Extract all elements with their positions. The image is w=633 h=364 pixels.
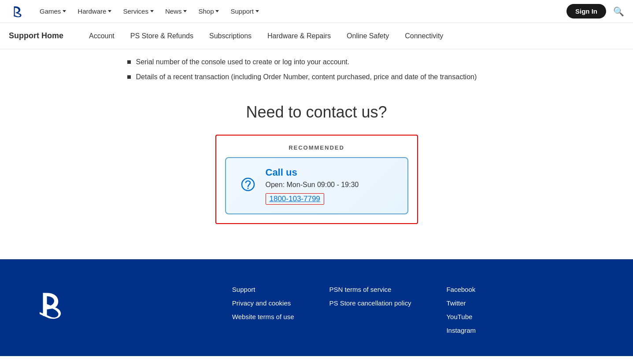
list-item: Details of a recent transaction (includi… bbox=[127, 73, 506, 81]
svg-point-0 bbox=[247, 188, 248, 189]
phone-number-link[interactable]: 1800-103-7799 bbox=[266, 193, 324, 205]
contact-section: Need to contact us? RECOMMENDED Call us … bbox=[127, 94, 506, 242]
footer-col-2: PSN terms of service PS Store cancellati… bbox=[329, 286, 411, 334]
bullet-list: Serial number of the console used to cre… bbox=[127, 58, 506, 81]
top-nav-right: Sign In 🔍 bbox=[566, 4, 624, 18]
top-navigation: Games Hardware Services News Shop Suppor… bbox=[0, 0, 633, 23]
footer-link-terms[interactable]: Website terms of use bbox=[232, 313, 294, 320]
call-info: Call us Open: Mon-Sun 09:00 - 19:30 1800… bbox=[266, 167, 359, 205]
footer-link-instagram[interactable]: Instagram bbox=[446, 327, 476, 334]
main-content: Serial number of the console used to cre… bbox=[118, 49, 515, 259]
bullet-icon bbox=[127, 75, 131, 79]
support-nav-hardware[interactable]: Hardware & Repairs bbox=[259, 23, 339, 49]
footer-col-1: Support Privacy and cookies Website term… bbox=[232, 286, 294, 334]
footer-link-support[interactable]: Support bbox=[232, 286, 294, 293]
phone-icon bbox=[238, 175, 258, 197]
footer-link-youtube[interactable]: YouTube bbox=[446, 313, 476, 320]
chevron-down-icon bbox=[215, 10, 219, 12]
support-nav-account[interactable]: Account bbox=[81, 23, 122, 49]
footer-link-psn-terms[interactable]: PSN terms of service bbox=[329, 286, 411, 293]
recommended-box: RECOMMENDED Call us Open: Mon-Sun 09:00 … bbox=[215, 135, 418, 224]
nav-hardware[interactable]: Hardware bbox=[73, 7, 116, 15]
nav-games[interactable]: Games bbox=[35, 7, 70, 15]
chevron-down-icon bbox=[255, 10, 259, 12]
main-nav-links: Games Hardware Services News Shop Suppor… bbox=[35, 7, 566, 15]
footer-links: Support Privacy and cookies Website term… bbox=[101, 286, 607, 334]
chevron-down-icon bbox=[150, 10, 154, 12]
footer: Support Privacy and cookies Website term… bbox=[0, 259, 633, 356]
sign-in-button[interactable]: Sign In bbox=[566, 4, 606, 18]
support-nav-ps-store[interactable]: PS Store & Refunds bbox=[122, 23, 201, 49]
support-navigation: Support Home Account PS Store & Refunds … bbox=[0, 23, 633, 49]
footer-col-3: Facebook Twitter YouTube Instagram bbox=[446, 286, 476, 334]
footer-link-facebook[interactable]: Facebook bbox=[446, 286, 476, 293]
search-icon: 🔍 bbox=[613, 7, 624, 16]
recommended-label: RECOMMENDED bbox=[225, 144, 408, 151]
nav-support[interactable]: Support bbox=[226, 7, 263, 15]
call-us-title: Call us bbox=[266, 167, 359, 178]
nav-shop[interactable]: Shop bbox=[194, 7, 223, 15]
support-home-link[interactable]: Support Home bbox=[9, 31, 63, 40]
list-item: Serial number of the console used to cre… bbox=[127, 58, 506, 66]
support-nav-connectivity[interactable]: Connectivity bbox=[397, 23, 451, 49]
chevron-down-icon bbox=[63, 10, 66, 12]
support-nav-links: Account PS Store & Refunds Subscriptions… bbox=[81, 23, 451, 49]
nav-services[interactable]: Services bbox=[118, 7, 158, 15]
call-hours: Open: Mon-Sun 09:00 - 19:30 bbox=[266, 181, 359, 189]
support-nav-online-safety[interactable]: Online Safety bbox=[339, 23, 397, 49]
contact-title: Need to contact us? bbox=[127, 103, 506, 121]
nav-news[interactable]: News bbox=[161, 7, 192, 15]
chevron-down-icon bbox=[108, 10, 111, 12]
ps-logo-link[interactable] bbox=[9, 4, 25, 19]
call-card: Call us Open: Mon-Sun 09:00 - 19:30 1800… bbox=[225, 157, 408, 214]
footer-logo bbox=[26, 286, 66, 327]
search-button[interactable]: 🔍 bbox=[613, 6, 624, 17]
footer-link-privacy[interactable]: Privacy and cookies bbox=[232, 299, 294, 307]
support-nav-subscriptions[interactable]: Subscriptions bbox=[201, 23, 259, 49]
chevron-down-icon bbox=[183, 10, 187, 12]
bullet-icon bbox=[127, 60, 131, 64]
footer-link-twitter[interactable]: Twitter bbox=[446, 299, 476, 307]
footer-link-ps-store-cancel[interactable]: PS Store cancellation policy bbox=[329, 299, 411, 307]
